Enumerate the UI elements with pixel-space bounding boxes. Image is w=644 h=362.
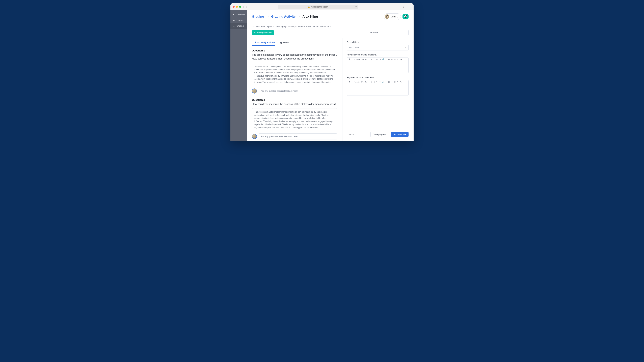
back-button[interactable]: ‹ [243,5,244,8]
avatar [252,88,257,93]
emoji-icon[interactable]: ☺ [391,81,393,83]
message-icon: ▰ [254,31,256,34]
caret-icon[interactable]: ▾ [351,81,353,83]
size-select[interactable]: 14 ▾ [361,81,364,83]
close-icon[interactable] [233,6,234,8]
feedback-input[interactable]: Add any question-specific feedback here! [258,88,337,94]
question-answer: The success of a stakeholder management … [252,108,337,131]
feedback-input[interactable]: Add any question-specific feedback here! [258,133,337,139]
caret-icon[interactable]: ▾ [386,81,387,83]
clear-icon[interactable]: ⊟ [394,58,396,60]
top-bar: Grading → Grading Activity → Alex Kling … [247,10,414,23]
chat-icon: 💬 [404,15,407,18]
pen-icon[interactable]: ✎ [379,81,381,83]
achievements-editor[interactable]: B ▾ Normal ▾ 14 ▾ Font ▾ ≣ ☰ ≡▾ ✎ 🔗 ▾ [347,57,408,73]
rte-toolbar: B ▾ Normal ▾ 14 ▾ Font ▾ ≣ ☰ ≡▾ ✎ 🔗 ▾ [347,80,408,84]
question-title: Question 1 [252,49,337,52]
traffic-lights [233,6,241,8]
align-icon[interactable]: ≡▾ [376,81,378,83]
link-icon[interactable]: 🔗 [382,81,384,83]
question-answer: To reassure the project sponsor, we will… [252,63,337,86]
tabs: ▭ Practice Questions ▣ Slides [252,41,337,46]
rte-toolbar: B ▾ Normal ▾ 14 ▾ Font ▾ ≣ ☰ ≡▾ ✎ 🔗 ▾ [347,57,408,61]
list-ordered-icon[interactable]: ≣ [371,81,372,83]
minimize-icon[interactable] [236,6,238,8]
image-icon[interactable]: ▦ [388,81,390,83]
undo-icon[interactable]: ↶ [397,81,398,83]
save-progress-button[interactable]: Save progress [370,132,389,137]
overall-score-group: Overall Score Select score ▾ [347,41,408,50]
message-learner-button[interactable]: ▰ Message Learner [252,30,274,35]
grading-icon: ≡ [233,25,235,27]
sidebar-label: Dashboard [236,13,246,16]
learners-icon: ☻ [233,19,235,21]
content: ▭ Practice Questions ▣ Slides Question 1… [247,38,414,141]
caret-icon[interactable]: ▾ [386,58,387,60]
size-select[interactable]: 14 ▾ [361,58,364,60]
link-icon[interactable]: 🔗 [382,58,384,60]
practice-icon: ▭ [252,41,254,43]
right-footer: Cancel Save progress Submit Grade [347,132,408,137]
main: Grading → Grading Activity → Alex Kling … [247,10,414,141]
pen-icon[interactable]: ✎ [379,58,381,60]
share-icon[interactable]: ⇪ [402,5,404,8]
sidebar-item-learners[interactable]: ☻ Learners [230,17,247,23]
image-icon[interactable]: ▦ [388,58,390,60]
list-unordered-icon[interactable]: ☰ [374,81,375,83]
list-ordered-icon[interactable]: ≣ [371,58,372,60]
sidebar-item-dashboard[interactable]: ✦ Dashboard [230,12,247,17]
browser-chrome: ‹ › 🔒 modallearning.com ⟳ ⇪ ＋ [230,3,414,10]
redo-icon[interactable]: ↷▾ [400,81,402,83]
maximize-icon[interactable] [239,6,241,8]
right-pane: Overall Score Select score ▾ Any achieve… [342,38,414,141]
score-select[interactable]: Select score ▾ [347,45,408,50]
breadcrumb: Grading → Grading Activity → Alex Kling [252,15,318,18]
bold-icon[interactable]: B [348,81,350,83]
chat-button[interactable]: 💬 [402,14,408,19]
clear-icon[interactable]: ⊟ [394,81,396,83]
caret-icon[interactable]: ▾ [351,58,353,60]
url-bar[interactable]: 🔒 modallearning.com ⟳ [278,5,358,9]
context-path: DC Nov 2023 | Sprint 1 Challenge | Chall… [252,25,408,28]
question-block: Question 2 How could you measure the suc… [252,98,337,139]
refresh-icon[interactable]: ⟳ [355,6,357,8]
chevron-right-icon: → [298,15,301,18]
undo-icon[interactable]: ↶ [397,58,398,60]
font-select[interactable]: Font ▾ [365,81,370,83]
nav-arrows: ‹ › [243,5,247,8]
caret-down-icon: ▾ [406,47,406,49]
cancel-button[interactable]: Cancel [347,133,354,136]
status-select[interactable]: Enabled ⌄ [368,30,408,35]
font-select[interactable]: Font ▾ [365,58,370,60]
improvement-editor[interactable]: B ▾ Normal ▾ 14 ▾ Font ▾ ≣ ☰ ≡▾ ✎ 🔗 ▾ [347,80,408,96]
improvement-group: Any areas for improvement? B ▾ Normal ▾ … [347,76,408,96]
submit-grade-button[interactable]: Submit Grade [391,132,408,137]
align-icon[interactable]: ≡▾ [376,58,378,60]
style-select[interactable]: Normal ▾ [354,58,360,60]
bold-icon[interactable]: B [348,58,350,60]
tab-slides[interactable]: ▣ Slides [280,41,289,46]
breadcrumb-grading[interactable]: Grading [252,15,264,18]
emoji-icon[interactable]: ☺ [391,58,393,60]
redo-icon[interactable]: ↷▾ [400,58,402,60]
feedback-row: Add any question-specific feedback here! [252,88,337,94]
status-value: Enabled [370,31,378,34]
forward-button[interactable]: › [246,5,247,8]
rte-body[interactable] [347,84,408,95]
sidebar-item-grading[interactable]: ≡ Grading [230,23,247,29]
question-block: Question 1 The project sponsor is very c… [252,49,337,94]
tab-practice-questions[interactable]: ▭ Practice Questions [252,41,275,46]
sidebar-label: Grading [236,25,244,27]
breadcrumb-activity[interactable]: Grading Activity [271,15,296,18]
avatar [252,134,257,139]
list-unordered-icon[interactable]: ☰ [374,58,375,60]
improvement-label: Any areas for improvement? [347,76,408,79]
user-name: Linda Li [390,15,398,18]
rte-body[interactable] [347,61,408,73]
browser-window: ‹ › 🔒 modallearning.com ⟳ ⇪ ＋ ✦ Dashboar… [230,3,414,141]
new-tab-icon[interactable]: ＋ [409,5,411,8]
style-select[interactable]: Normal ▾ [354,81,360,83]
url-text: modallearning.com [311,6,328,8]
user-pill[interactable]: 👩🏻 Linda Li [384,13,401,20]
avatar: 👩🏻 [385,14,389,19]
